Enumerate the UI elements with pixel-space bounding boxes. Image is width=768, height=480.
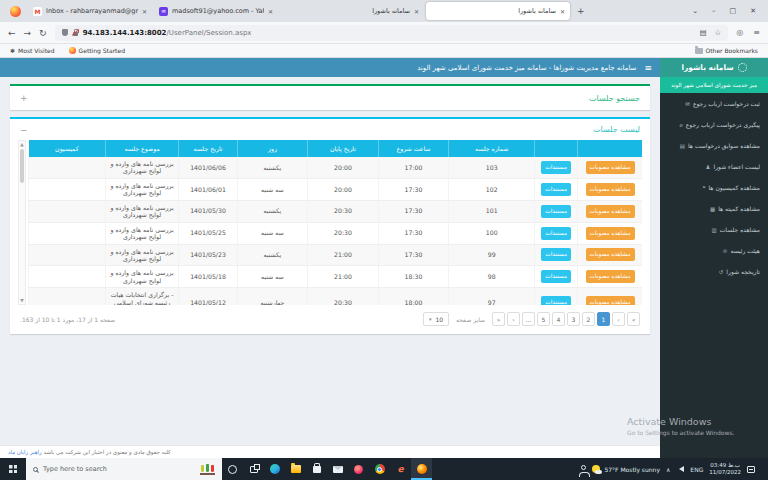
- page-number-button[interactable]: 5: [537, 312, 550, 326]
- maximize-button[interactable]: □: [730, 7, 737, 15]
- minimize-button[interactable]: –: [712, 7, 716, 15]
- close-icon[interactable]: ✕: [560, 8, 565, 15]
- page-number-button[interactable]: ...: [522, 312, 535, 326]
- expand-icon[interactable]: +: [20, 93, 28, 103]
- browser-tab-gmail[interactable]: M Inbox - rahbarrayanmad@gma ✕: [28, 2, 152, 20]
- language-indicator[interactable]: ENG: [690, 466, 703, 473]
- sidebar-item[interactable]: مشاهده سوابق درخواست ها ▤: [660, 135, 768, 156]
- documents-button[interactable]: مستندات: [541, 161, 571, 174]
- page-actions-icon[interactable]: ▤: [699, 28, 706, 37]
- scroll-up-icon[interactable]: ▲: [20, 142, 23, 147]
- close-window-button[interactable]: ✕: [750, 7, 756, 15]
- clock[interactable]: 03:49 ب.ظ 11/07/2022: [709, 462, 741, 476]
- search-icon: ⌀: [679, 122, 682, 128]
- cell-subject: بررسی نامه های وارده و لوایح شهرداری: [105, 178, 179, 200]
- action-center-icon[interactable]: [747, 466, 755, 473]
- cell-end-time: 21:00: [308, 266, 379, 288]
- sidebar-item[interactable]: پیگیری درخواست ارباب رجوع ⌀: [660, 114, 768, 135]
- file-explorer-button[interactable]: [285, 458, 306, 480]
- sidebar-item[interactable]: ثبت درخواست ارباب رجوع ✉: [660, 93, 768, 114]
- documents-button[interactable]: مستندات: [541, 248, 571, 261]
- hidden-icons-chevron[interactable]: ∧: [666, 466, 670, 473]
- page-number-button[interactable]: 4: [552, 312, 565, 326]
- prev-page-button[interactable]: ›: [612, 312, 625, 326]
- browser-tab-bashora-active[interactable]: سامانه باشورا ✕: [426, 2, 570, 20]
- first-page-button[interactable]: »: [627, 312, 640, 326]
- documents-button[interactable]: مستندات: [541, 205, 571, 218]
- tracking-shield-icon[interactable]: [62, 29, 68, 36]
- view-resolutions-button[interactable]: مشاهده مصوبات: [586, 270, 635, 283]
- browser-tab-bashora[interactable]: سامانه باشورا ✕: [280, 2, 424, 20]
- documents-button[interactable]: مستندات: [541, 183, 571, 196]
- documents-button[interactable]: مستندات: [541, 227, 571, 240]
- bookmark-star-icon[interactable]: ☆: [715, 28, 722, 37]
- cell-actions: مشاهده مصوبات: [578, 244, 642, 266]
- chrome-button[interactable]: [369, 458, 390, 480]
- firefox-button[interactable]: [411, 458, 432, 480]
- insecure-lock-icon[interactable]: [73, 32, 78, 36]
- view-resolutions-button[interactable]: مشاهده مصوبات: [586, 248, 635, 261]
- hamburger-menu-icon[interactable]: ≡: [644, 63, 652, 73]
- view-resolutions-button[interactable]: مشاهده مصوبات: [586, 227, 635, 240]
- mail-button[interactable]: [327, 458, 348, 480]
- forward-button[interactable]: →: [24, 28, 32, 38]
- next-page-button[interactable]: ‹: [507, 312, 520, 326]
- close-icon[interactable]: ✕: [142, 8, 147, 15]
- task-view-button[interactable]: [243, 458, 264, 480]
- new-tab-button[interactable]: +: [577, 6, 585, 16]
- search-highlight-icon[interactable]: [200, 464, 215, 475]
- sidebar-brand[interactable]: سامانه باشورا: [660, 58, 768, 77]
- view-resolutions-button[interactable]: مشاهده مصوبات: [586, 183, 635, 196]
- photos-button[interactable]: [348, 458, 369, 480]
- internet-explorer-button[interactable]: e: [390, 458, 411, 480]
- edge-button[interactable]: [264, 458, 285, 480]
- sidebar-item[interactable]: مشاهده کمیسیون ها ❝: [660, 177, 768, 198]
- cortana-button[interactable]: [222, 458, 243, 480]
- address-input[interactable]: 94.183.144.143:8002/UserPanel/Session.as…: [55, 25, 729, 41]
- sidebar-item[interactable]: تاریخچه شورا ↺: [660, 261, 768, 282]
- back-button[interactable]: ←: [8, 28, 16, 38]
- sidebar-item[interactable]: مشاهده کمیته ها ▦: [660, 198, 768, 219]
- people-icon[interactable]: [581, 465, 586, 470]
- sidebar-item[interactable]: مشاهده جلسات ▥: [660, 219, 768, 240]
- other-bookmarks-button[interactable]: Other Bookmarks: [695, 47, 758, 54]
- table-scrollbar[interactable]: ▲ ▼: [18, 140, 26, 305]
- close-icon[interactable]: ✕: [268, 8, 273, 15]
- documents-button[interactable]: مستندات: [541, 270, 571, 283]
- firefox-icon[interactable]: [10, 6, 21, 17]
- last-page-button[interactable]: «: [492, 312, 505, 326]
- watermark-line1: Activate Windows: [627, 416, 734, 427]
- sidebar-item-label: تاریخچه شورا: [726, 268, 760, 275]
- page-number-button[interactable]: 1: [597, 312, 610, 326]
- bookmark-most-visited[interactable]: ✱ Most Visited: [10, 47, 55, 54]
- sidebar-item[interactable]: هیئت رئیسه ♔: [660, 240, 768, 261]
- file-text-icon: ▥: [712, 227, 717, 233]
- bookmark-getting-started[interactable]: Getting Started: [69, 47, 125, 54]
- close-icon[interactable]: ✕: [414, 8, 419, 15]
- store-button[interactable]: [306, 458, 327, 480]
- sidebar-item-active[interactable]: میز خدمت شورای اسلامی شهر الوند: [660, 77, 768, 93]
- company-link[interactable]: راهبر رایان ماد: [8, 449, 42, 455]
- view-resolutions-button[interactable]: مشاهده مصوبات: [586, 161, 635, 174]
- speaker-icon[interactable]: [676, 466, 684, 472]
- page-size-select[interactable]: ▾ 10: [423, 312, 449, 326]
- app-header: ≡ سامانه جامع مدیریت شوراها - سامانه میز…: [0, 58, 660, 77]
- account-icon[interactable]: ◎: [736, 28, 743, 37]
- weather-widget[interactable]: 57°F Mostly sunny: [592, 465, 660, 473]
- list-tabs-icon[interactable]: ⌄: [692, 7, 698, 15]
- browser-tab-yahoo[interactable]: ✉ madsoft91@yahoo.com - Yaho ✕: [154, 2, 278, 20]
- view-resolutions-button[interactable]: مشاهده مصوبات: [586, 296, 635, 305]
- view-resolutions-button[interactable]: مشاهده مصوبات: [586, 205, 635, 218]
- scroll-thumb[interactable]: [20, 149, 24, 183]
- page-number-button[interactable]: 3: [567, 312, 580, 326]
- documents-button[interactable]: مستندات: [541, 296, 571, 305]
- start-button[interactable]: [0, 458, 26, 480]
- sidebar-item[interactable]: لیست اعضاء شورا ♟: [660, 156, 768, 177]
- taskbar-search-input[interactable]: Type here to search: [26, 458, 222, 480]
- page-number-button[interactable]: 2: [582, 312, 595, 326]
- reload-button[interactable]: ↻: [39, 28, 47, 38]
- scroll-down-icon[interactable]: ▼: [20, 298, 23, 303]
- menu-icon[interactable]: ≡: [753, 28, 760, 37]
- cell-commission: [29, 200, 106, 222]
- collapse-icon[interactable]: −: [20, 125, 28, 135]
